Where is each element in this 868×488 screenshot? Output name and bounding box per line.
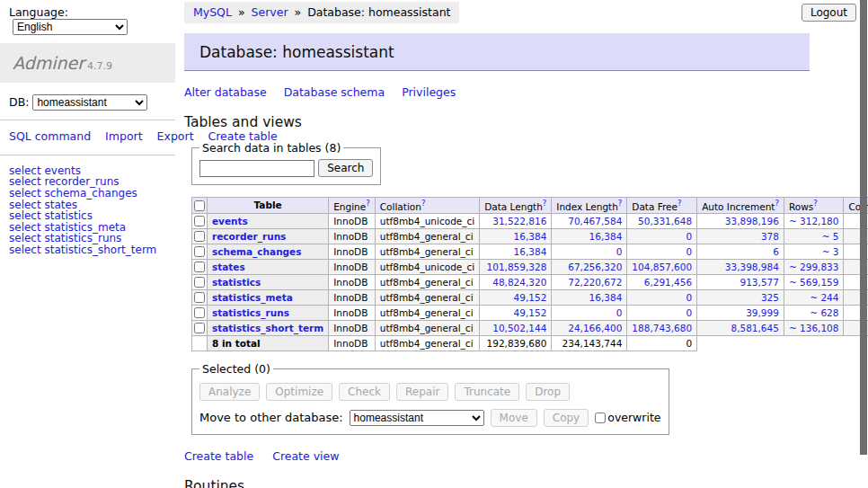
index-length-link[interactable]: 0 bbox=[616, 307, 623, 318]
table-name-link[interactable]: events bbox=[212, 216, 248, 226]
data-length-link[interactable]: 49,152 bbox=[514, 292, 547, 303]
rows-count-link[interactable]: ~ 5 bbox=[822, 231, 839, 242]
tables-heading: Tables and views bbox=[184, 114, 810, 130]
search-input[interactable] bbox=[199, 160, 314, 177]
help-link[interactable]: ? bbox=[618, 199, 623, 208]
copy-button[interactable]: Copy bbox=[544, 409, 589, 427]
db-select[interactable]: homeassistant bbox=[32, 94, 147, 111]
data-length-link[interactable]: 16,384 bbox=[514, 231, 547, 242]
help-link[interactable]: ? bbox=[366, 199, 370, 208]
help-link[interactable]: ? bbox=[543, 199, 547, 208]
db-label: DB: bbox=[9, 95, 29, 109]
breadcrumb-item[interactable]: Server bbox=[252, 5, 288, 19]
data-length-link[interactable]: 49,152 bbox=[514, 307, 547, 318]
move-database-select[interactable]: homeassistant bbox=[350, 410, 484, 426]
row-checkbox[interactable] bbox=[194, 277, 205, 288]
index-length-link[interactable]: 67,256,320 bbox=[568, 262, 622, 272]
data-free-link[interactable]: 0 bbox=[686, 246, 692, 257]
app-logo[interactable]: Adminer bbox=[13, 53, 84, 73]
language-select[interactable]: English bbox=[13, 19, 128, 35]
data-free-link[interactable]: 50,331,648 bbox=[638, 216, 692, 226]
table-name-link[interactable]: statistics_short_term bbox=[212, 323, 323, 333]
row-checkbox[interactable] bbox=[194, 231, 205, 242]
data-length-link[interactable]: 16,384 bbox=[514, 246, 547, 257]
table-name-link[interactable]: states bbox=[212, 262, 245, 272]
rows-count-link[interactable]: ~ 136,108 bbox=[789, 323, 839, 333]
data-free-link[interactable]: 104,857,600 bbox=[632, 262, 692, 272]
sidebar-action-import[interactable]: Import bbox=[105, 129, 143, 143]
drop-button[interactable]: Drop bbox=[526, 383, 570, 401]
empty-cell bbox=[784, 335, 844, 350]
rows-count-link[interactable]: ~ 628 bbox=[810, 307, 838, 318]
table-name-link[interactable]: statistics bbox=[212, 277, 261, 288]
database-schema-link[interactable]: Database schema bbox=[284, 85, 385, 99]
auto-increment-link[interactable]: 6 bbox=[773, 246, 779, 257]
check-button[interactable]: Check bbox=[339, 383, 390, 401]
rows-count-link[interactable]: ~ 244 bbox=[810, 292, 838, 303]
table-name-link[interactable]: recorder_runs bbox=[212, 231, 286, 242]
move-button[interactable]: Move bbox=[491, 409, 537, 427]
breadcrumb-item[interactable]: MySQL bbox=[193, 5, 232, 19]
overwrite-checkbox[interactable] bbox=[595, 413, 606, 423]
index-length-link[interactable]: 70,467,584 bbox=[568, 216, 622, 226]
row-checkbox[interactable] bbox=[194, 246, 205, 257]
auto-increment-link[interactable]: 33,898,196 bbox=[725, 216, 779, 226]
create-view-link[interactable]: Create view bbox=[272, 449, 339, 463]
data-length-link[interactable]: 10,502,144 bbox=[492, 323, 546, 333]
table-name-link[interactable]: statistics_meta bbox=[212, 292, 293, 303]
analyze-button[interactable]: Analyze bbox=[199, 383, 260, 401]
auto-increment-link[interactable]: 378 bbox=[761, 231, 779, 242]
privileges-link[interactable]: Privileges bbox=[402, 85, 456, 99]
rows-count-cell: ~ 3 bbox=[784, 244, 844, 259]
table-name-link[interactable]: schema_changes bbox=[212, 246, 302, 257]
repair-button[interactable]: Repair bbox=[396, 383, 448, 401]
data-free-link[interactable]: 0 bbox=[686, 292, 692, 303]
data-length-link[interactable]: 101,859,328 bbox=[487, 262, 547, 272]
data-free-link[interactable]: 6,291,456 bbox=[644, 277, 692, 288]
rows-count-link[interactable]: ~ 299,833 bbox=[789, 262, 839, 272]
data-free-link[interactable]: 0 bbox=[686, 231, 692, 242]
help-link[interactable]: ? bbox=[678, 199, 682, 208]
index-length-link[interactable]: 24,166,400 bbox=[568, 323, 622, 333]
optimize-button[interactable]: Optimize bbox=[266, 383, 332, 401]
rows-count-link[interactable]: ~ 569,159 bbox=[789, 277, 839, 288]
select-all-checkbox[interactable] bbox=[194, 200, 205, 211]
rows-count-link[interactable]: ~ 312,180 bbox=[789, 216, 839, 226]
row-checkbox[interactable] bbox=[194, 292, 205, 303]
vertical-scrollbar[interactable] bbox=[860, 0, 867, 455]
sidebar-select-statistics_short_term[interactable]: select statistics_short_term bbox=[9, 244, 175, 256]
engine-cell: InnoDB bbox=[329, 228, 376, 244]
data-free-link[interactable]: 0 bbox=[686, 307, 692, 318]
table-name-link[interactable]: statistics_runs bbox=[212, 307, 289, 318]
row-checkbox[interactable] bbox=[194, 323, 205, 333]
index-length-link[interactable]: 16,384 bbox=[589, 231, 623, 242]
logout-button[interactable]: Logout bbox=[802, 4, 856, 22]
auto-increment-link[interactable]: 325 bbox=[761, 292, 779, 303]
auto-increment-link[interactable]: 8,581,645 bbox=[731, 323, 778, 333]
auto-increment-link[interactable]: 33,398,984 bbox=[725, 262, 779, 272]
row-checkbox[interactable] bbox=[194, 262, 205, 272]
auto-increment-link[interactable]: 39,999 bbox=[746, 307, 779, 318]
create-table-link[interactable]: Create table bbox=[184, 449, 253, 463]
data-length-link[interactable]: 31,522,816 bbox=[492, 216, 546, 226]
index-length-link[interactable]: 0 bbox=[616, 246, 623, 257]
truncate-button[interactable]: Truncate bbox=[455, 383, 519, 401]
sidebar-select-schema_changes[interactable]: select schema_changes bbox=[9, 188, 175, 200]
help-link[interactable]: ? bbox=[775, 199, 779, 208]
index-length-link[interactable]: 16,384 bbox=[589, 292, 623, 303]
sidebar-select-statistics[interactable]: select statistics bbox=[9, 210, 175, 222]
help-link[interactable]: ? bbox=[813, 199, 818, 208]
row-checkbox[interactable] bbox=[194, 307, 205, 318]
alter-database-link[interactable]: Alter database bbox=[184, 85, 267, 99]
rows-count-link[interactable]: ~ 3 bbox=[822, 246, 839, 257]
row-checkbox[interactable] bbox=[194, 216, 205, 226]
data-free-link[interactable]: 188,743,680 bbox=[632, 323, 692, 333]
auto-increment-link[interactable]: 913,577 bbox=[740, 277, 779, 288]
index-length-link[interactable]: 72,220,672 bbox=[568, 277, 622, 288]
overwrite-label: overwrite bbox=[607, 411, 660, 424]
search-button[interactable]: Search bbox=[318, 159, 373, 177]
total-collation-cell: utf8mb4_general_ci bbox=[375, 335, 479, 350]
data-length-link[interactable]: 48,824,320 bbox=[492, 277, 546, 288]
sidebar-action-sql-command[interactable]: SQL command bbox=[9, 129, 91, 143]
help-link[interactable]: ? bbox=[421, 199, 426, 208]
